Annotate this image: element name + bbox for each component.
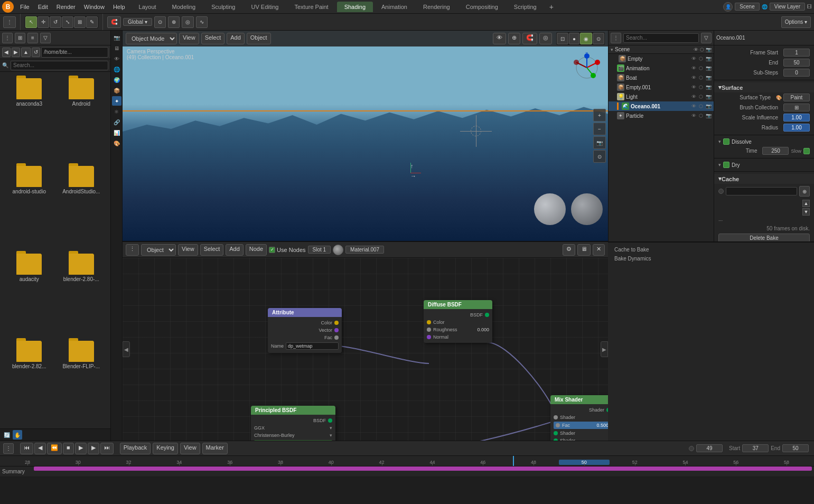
surface-type-value[interactable]: Paint <box>783 94 810 101</box>
folder-item-blender-flip[interactable]: Blender-FLIP-... <box>57 339 107 424</box>
folder-item-audacity[interactable]: audacity <box>4 251 54 337</box>
node-principled-bsdf[interactable]: Principled BSDF BSDF GGX ▾ Christensen-B… <box>251 406 335 441</box>
tab-animation[interactable]: Animation <box>374 2 415 12</box>
panel-type-btn[interactable]: ⋮ <box>2 33 13 43</box>
viewport-gizmo-btn[interactable]: ⊕ <box>508 33 520 44</box>
nav-reload-btn[interactable]: ↺ <box>32 48 40 57</box>
play-reverse-btn[interactable]: ⏪ <box>47 443 62 454</box>
tab-sculpting[interactable]: Sculpting <box>204 2 242 12</box>
folder-item-blender-280[interactable]: blender-2.80-... <box>57 251 107 337</box>
radius-value[interactable]: 1.00 <box>783 124 810 132</box>
use-nodes-toggle[interactable]: ✓ Use Nodes <box>269 247 305 253</box>
pivot-btn[interactable]: ⊙ <box>154 16 166 28</box>
outliner-type-btn[interactable]: ⋮ <box>611 33 621 43</box>
outliner-visible-empty001[interactable]: 👁 <box>690 84 697 90</box>
sort-btn[interactable]: ≡ <box>27 33 38 43</box>
menu-edit[interactable]: Edit <box>34 3 52 11</box>
outliner-item-boat[interactable]: 📦 Boat 👁 ⬡ 📷 <box>609 73 714 82</box>
tab-uv-editing[interactable]: UV Editing <box>244 2 286 12</box>
dry-checkbox[interactable] <box>723 162 729 168</box>
tab-shading[interactable]: Shading <box>337 2 373 12</box>
strip-world-icon[interactable]: 🌍 <box>112 75 121 85</box>
outliner-selectable-empty001[interactable]: ⬡ <box>698 84 704 90</box>
nav-back-btn[interactable]: ◀ <box>2 48 11 57</box>
select-menu-btn[interactable]: Select <box>201 33 225 44</box>
outliner-item-oceano[interactable]: 🌊 Oceano.001 👁 ⬡ 📷 <box>609 101 714 111</box>
material-name-select[interactable]: Material.007 <box>345 246 384 254</box>
node-attribute[interactable]: Attribute Color Vector Fac <box>268 308 342 353</box>
cache-browse-btn[interactable]: ⊕ <box>799 186 810 197</box>
use-nodes-checkbox[interactable]: ✓ <box>269 247 275 253</box>
node-node-btn[interactable]: Node <box>246 244 267 256</box>
outliner-selectable-animation[interactable]: ⬡ <box>698 65 704 71</box>
folder-item-android-studio[interactable]: android-studio <box>4 164 54 249</box>
timeline-end-value[interactable]: 50 <box>782 444 809 452</box>
folder-item-anaconda3[interactable]: anaconda3 <box>4 76 54 162</box>
strip-object-icon[interactable]: 📦 <box>112 86 121 95</box>
outliner-filter-btn[interactable]: ▽ <box>701 33 712 43</box>
node-select-btn[interactable]: Select <box>200 244 224 256</box>
current-frame-value[interactable]: 49 <box>696 444 723 452</box>
cache-path-input[interactable] <box>726 187 797 195</box>
snap-btn[interactable]: 🧲 <box>522 33 537 44</box>
nav-up-btn[interactable]: ▲ <box>21 48 31 57</box>
scene-selector[interactable]: Scene <box>735 3 759 11</box>
zoom-in-btn[interactable]: + <box>593 109 606 122</box>
left-tool-2[interactable]: ✋ <box>13 430 22 440</box>
attribute-name-input[interactable] <box>286 342 339 350</box>
outliner-selectable-particle[interactable]: ⬡ <box>698 113 704 119</box>
view-menu-btn-tl[interactable]: View <box>180 443 200 454</box>
strip-data-icon[interactable]: 📊 <box>112 128 121 137</box>
outliner-selectable-oceano[interactable]: ⬡ <box>698 103 704 109</box>
node-add-btn[interactable]: Add <box>226 244 244 256</box>
tab-modeling[interactable]: Modeling <box>165 2 203 12</box>
dissolve-time-value[interactable]: 250 <box>762 147 789 155</box>
rotate-tool-btn[interactable]: ↺ <box>50 16 61 28</box>
menu-help[interactable]: Help <box>109 3 129 11</box>
move-tool-btn[interactable]: ✛ <box>38 16 49 28</box>
outliner-render-boat[interactable]: 📷 <box>705 74 712 81</box>
outliner-item-empty001[interactable]: 📦 Empty.001 👁 ⬡ 📷 <box>609 82 714 92</box>
wireframe-mode-btn[interactable]: ⊡ <box>557 33 568 44</box>
jump-start-btn[interactable]: ⏮ <box>20 443 33 454</box>
object-mode-select[interactable]: Object Mode <box>126 33 177 44</box>
view-menu-btn[interactable]: View <box>179 33 199 44</box>
strip-material-icon[interactable]: 🎨 <box>112 138 121 148</box>
strip-render-icon[interactable]: 📷 <box>112 33 121 42</box>
marker-menu-btn[interactable]: Marker <box>202 443 228 454</box>
tab-rendering[interactable]: Rendering <box>416 2 457 12</box>
brush-collection-btn[interactable]: ⊞ <box>783 104 810 111</box>
node-panel-collapse-btn[interactable]: ◀ <box>123 341 130 357</box>
strip-view-icon[interactable]: 👁 <box>112 54 121 63</box>
node-editor-context-select[interactable]: Object <box>141 244 176 256</box>
path-box[interactable]: /home/bte... <box>41 47 108 58</box>
file-search-input[interactable] <box>11 61 108 70</box>
sub-steps-value[interactable]: 0 <box>783 69 810 77</box>
folder-item-androidstudio-plus[interactable]: AndroidStudio... <box>57 164 107 249</box>
frame-end-value[interactable]: 50 <box>783 59 810 67</box>
strip-scene-icon[interactable]: 🌐 <box>112 64 121 74</box>
node-mix-shader[interactable]: Mix Shader Shader Shader F <box>550 395 608 441</box>
snap-settings-btn[interactable]: ⊕ <box>168 16 180 28</box>
playback-menu-btn[interactable]: Playback <box>120 443 151 454</box>
dissolve-checkbox[interactable] <box>723 138 729 145</box>
outliner-item-empty-top[interactable]: 📦 Empty 👁 ⬡ 📷 <box>609 54 714 63</box>
outliner-visible-animation[interactable]: 👁 <box>690 65 697 71</box>
tab-compositing[interactable]: Compositing <box>459 2 506 12</box>
outliner-visible-particle[interactable]: 👁 <box>690 113 697 119</box>
outliner-search-input[interactable] <box>623 33 699 43</box>
proportional-edit-btn[interactable]: ◎ <box>182 16 194 28</box>
viewport-snap-btn[interactable]: 🧲 <box>107 16 121 28</box>
strip-physics-icon[interactable]: ⚛ <box>112 107 121 116</box>
menu-file[interactable]: File <box>16 3 34 11</box>
menu-render[interactable]: Render <box>52 3 80 11</box>
outliner-visible-empty-top[interactable]: 👁 <box>690 55 697 62</box>
timeline-start-value[interactable]: 37 <box>742 444 769 452</box>
outliner-selectable-boat[interactable]: ⬡ <box>698 74 704 81</box>
filter-btn[interactable]: ▽ <box>40 33 51 43</box>
outliner-selectable-light[interactable]: ⬡ <box>698 94 704 100</box>
tab-texture-paint[interactable]: Texture Paint <box>287 2 335 12</box>
view-toggle-btn[interactable]: ⊞ <box>15 33 25 43</box>
node-settings-btn[interactable]: ⚙ <box>563 244 575 256</box>
menu-window[interactable]: Window <box>80 3 109 11</box>
